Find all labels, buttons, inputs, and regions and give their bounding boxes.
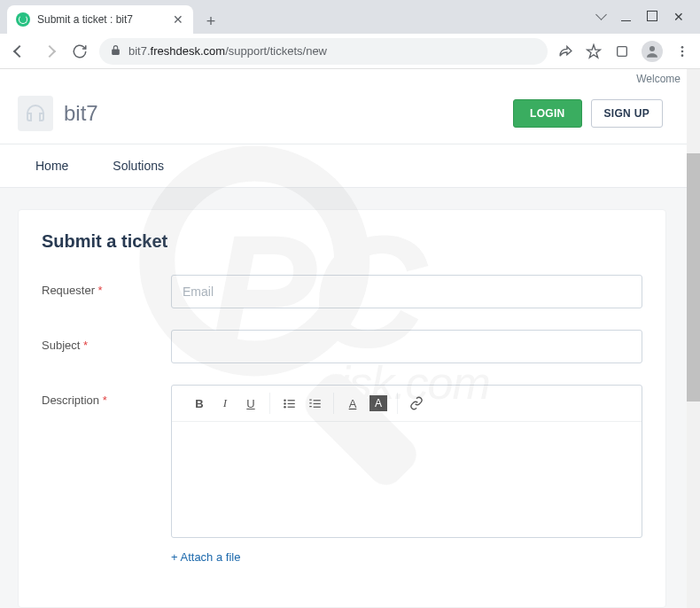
- tab-search-icon[interactable]: [597, 11, 605, 24]
- extensions-icon[interactable]: [613, 43, 631, 60]
- description-editor: B I U: [171, 385, 642, 538]
- nav-solutions[interactable]: Solutions: [113, 159, 164, 173]
- tab-favicon-icon: [16, 12, 30, 27]
- scrollbar-thumb[interactable]: [687, 153, 700, 401]
- description-label: Description *: [42, 385, 171, 407]
- rte-font-color-button[interactable]: A: [341, 393, 364, 414]
- rte-link-button[interactable]: [405, 393, 428, 414]
- welcome-text: Welcome: [0, 69, 700, 85]
- url-path: /support/tickets/new: [225, 44, 327, 58]
- brand-name: bit7: [64, 101, 98, 126]
- menu-icon[interactable]: [673, 43, 691, 60]
- svg-rect-15: [309, 402, 312, 403]
- main-nav: Home Solutions: [0, 144, 700, 188]
- required-marker: *: [98, 284, 103, 297]
- rte-italic-button[interactable]: I: [214, 393, 237, 414]
- content-area: Submit a ticket Requester * Subject *: [0, 188, 700, 608]
- signup-button[interactable]: SIGN UP: [591, 99, 663, 128]
- page-title: Submit a ticket: [42, 231, 642, 252]
- rte-underline-button[interactable]: U: [239, 393, 262, 414]
- lock-icon: [110, 43, 121, 59]
- window-maximize-button[interactable]: [647, 11, 657, 24]
- url-domain: freshdesk.com: [151, 44, 226, 58]
- url-text: bit7.freshdesk.com/support/tickets/new: [128, 44, 327, 58]
- svg-point-4: [681, 54, 684, 57]
- svg-rect-14: [309, 399, 312, 400]
- subject-label: Subject *: [42, 330, 171, 352]
- back-button[interactable]: [9, 41, 30, 62]
- reload-button[interactable]: [69, 41, 90, 62]
- new-tab-button[interactable]: +: [198, 9, 223, 34]
- rte-ordered-list-button[interactable]: [303, 393, 326, 414]
- browser-title-bar: Submit a ticket : bit7 ✕ +: [0, 0, 700, 34]
- browser-toolbar: bit7.freshdesk.com/support/tickets/new: [0, 34, 700, 69]
- page-viewport: Welcome bit7 LOGIN SIGN UP Home Solution…: [0, 69, 700, 608]
- browser-tab[interactable]: Submit a ticket : bit7 ✕: [7, 5, 193, 34]
- rte-toolbar: B I U: [172, 386, 642, 422]
- attach-file-link[interactable]: + Attach a file: [171, 550, 240, 564]
- window-controls: [581, 0, 700, 34]
- svg-point-9: [284, 406, 286, 409]
- svg-rect-11: [313, 400, 320, 401]
- tab-title: Submit a ticket : bit7: [37, 13, 165, 26]
- required-marker: *: [103, 394, 107, 407]
- scrollbar[interactable]: [687, 69, 700, 608]
- svg-point-7: [284, 402, 286, 405]
- bookmark-icon[interactable]: [585, 43, 603, 60]
- svg-rect-13: [313, 406, 320, 407]
- requester-email-input[interactable]: [171, 275, 642, 308]
- required-marker: *: [83, 339, 88, 352]
- brand: bit7: [18, 96, 98, 131]
- forward-button[interactable]: [39, 41, 60, 62]
- subject-input[interactable]: [171, 330, 642, 363]
- login-button[interactable]: LOGIN: [513, 99, 582, 128]
- window-close-button[interactable]: [673, 10, 684, 24]
- svg-point-3: [681, 50, 684, 52]
- rte-unordered-list-button[interactable]: [277, 393, 300, 414]
- requester-label: Requester *: [42, 275, 171, 297]
- svg-rect-12: [313, 402, 320, 403]
- page-header: bit7 LOGIN SIGN UP: [18, 92, 682, 144]
- svg-point-2: [681, 46, 684, 49]
- svg-point-5: [284, 399, 286, 401]
- rte-bg-color-button[interactable]: A: [367, 393, 390, 414]
- svg-rect-16: [309, 406, 312, 407]
- ticket-form-card: Submit a ticket Requester * Subject *: [18, 209, 666, 608]
- svg-rect-6: [287, 400, 294, 401]
- share-icon[interactable]: [556, 43, 574, 60]
- svg-rect-8: [287, 402, 294, 403]
- close-tab-icon[interactable]: ✕: [172, 13, 184, 26]
- rte-bold-button[interactable]: B: [188, 393, 211, 414]
- url-prefix: bit7.: [128, 44, 151, 58]
- svg-rect-0: [618, 46, 627, 56]
- window-minimize-button[interactable]: [621, 11, 631, 24]
- nav-home[interactable]: Home: [35, 159, 68, 173]
- profile-avatar[interactable]: [642, 41, 663, 62]
- description-textarea[interactable]: [172, 422, 642, 537]
- svg-rect-10: [287, 406, 294, 407]
- brand-logo-icon: [18, 96, 53, 131]
- svg-point-1: [649, 46, 655, 51]
- address-bar[interactable]: bit7.freshdesk.com/support/tickets/new: [99, 38, 548, 65]
